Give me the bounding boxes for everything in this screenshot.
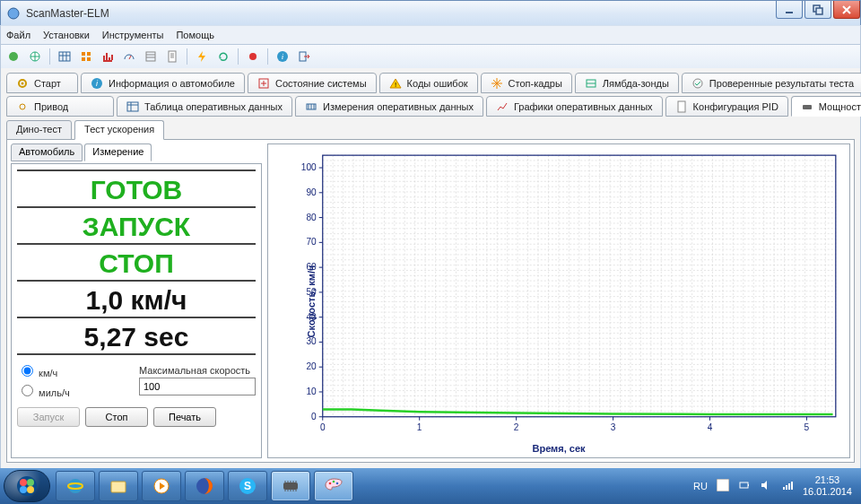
graph-icon <box>496 100 509 113</box>
tool-exit-icon[interactable] <box>295 48 313 65</box>
tool-refresh-icon[interactable] <box>214 48 232 65</box>
speed-value: 1,0 км/ч <box>17 282 256 318</box>
svg-point-181 <box>336 482 339 485</box>
menu-file[interactable]: Файл <box>6 30 30 40</box>
taskbar-firefox-icon[interactable] <box>185 471 224 501</box>
subtab-dyno[interactable]: Дино-тест <box>6 120 72 140</box>
start-button-taskbar[interactable] <box>4 470 50 502</box>
tab-live-measure[interactable]: Измерения оперативных данных <box>295 96 483 117</box>
tab-label: Измерения оперативных данных <box>323 101 474 112</box>
time-value: 5,27 sec <box>17 318 256 355</box>
svg-rect-173 <box>111 482 126 492</box>
start-button[interactable]: Запуск <box>17 407 80 427</box>
tray-clock[interactable]: 21:53 16.01.2014 <box>803 474 852 498</box>
svg-text:100: 100 <box>301 162 317 172</box>
svg-text:4: 4 <box>708 422 713 432</box>
check-icon <box>691 77 704 90</box>
tab-label: Конфигурация PID <box>693 101 778 112</box>
taskbar-skype-icon[interactable]: S <box>228 471 267 501</box>
svg-text:!: ! <box>394 81 396 89</box>
snowflake-icon <box>491 77 503 90</box>
svg-rect-9 <box>82 57 85 61</box>
svg-point-170 <box>27 486 34 493</box>
accel-chart: 0102030405060708090100012345 Скорость, к… <box>267 143 850 458</box>
tray-volume-icon[interactable] <box>760 479 772 493</box>
svg-point-180 <box>333 481 335 483</box>
power-subtabs: Дино-тест Тест ускорения <box>6 120 855 140</box>
subtab-accel[interactable]: Тест ускорения <box>74 120 164 140</box>
taskbar: S RU 21:53 16.01.2014 <box>0 468 861 504</box>
radio-mph[interactable]: миль/ч <box>17 382 70 398</box>
menu-tools[interactable]: Инструменты <box>102 30 164 40</box>
svg-point-171 <box>68 479 83 493</box>
tab-power[interactable]: Мощность <box>791 96 861 117</box>
tool-grid-icon[interactable] <box>77 48 95 65</box>
tool-doc-icon[interactable] <box>163 48 181 65</box>
tray-lang[interactable]: RU <box>693 481 708 491</box>
taskbar-media-icon[interactable] <box>142 471 181 501</box>
tab-label: Таблица оперативных данных <box>144 101 283 112</box>
svg-rect-178 <box>283 482 298 490</box>
tool-lightning-icon[interactable] <box>193 48 211 65</box>
tab-test-results[interactable]: Проверенные результаты теста <box>682 73 861 93</box>
tab-live-graphs[interactable]: Графики оперативных данных <box>486 96 663 117</box>
radio-kmh[interactable]: км/ч <box>17 362 70 378</box>
tool-table-icon[interactable] <box>56 48 74 65</box>
minimize-button[interactable] <box>776 1 803 19</box>
stop-button[interactable]: Стоп <box>85 407 148 427</box>
tab-live-table[interactable]: Таблица оперативных данных <box>117 96 292 117</box>
tool-globe-icon[interactable] <box>26 48 44 65</box>
taskbar-explorer-icon[interactable] <box>99 471 138 501</box>
tray-flag-icon[interactable] <box>717 479 729 493</box>
close-button[interactable] <box>833 1 860 19</box>
tab-label: Лямбда-зонды <box>603 78 669 89</box>
menu-help[interactable]: Помощь <box>176 30 214 40</box>
tab-label: Информация о автомобиле <box>109 78 235 89</box>
title-bar: ScanMaster-ELM <box>0 0 861 25</box>
tab-freeze-frames[interactable]: Стоп-кадры <box>481 73 572 93</box>
tab-error-codes[interactable]: ! Коды ошибок <box>379 73 478 93</box>
tab-lambda[interactable]: Лямбда-зонды <box>575 73 679 93</box>
tool-list-icon[interactable] <box>142 48 160 65</box>
tab-label: Состояние системы <box>275 78 367 89</box>
svg-text:90: 90 <box>306 187 317 197</box>
innertab-car[interactable]: Автомобиль <box>11 143 83 161</box>
tab-vehicle-info[interactable]: i Информация о автомобиле <box>81 73 245 93</box>
print-button[interactable]: Печать <box>153 407 216 427</box>
chart-xlabel: Время, сек <box>532 443 585 454</box>
tab-drive[interactable]: Привод <box>6 96 114 117</box>
tool-info-icon[interactable]: i <box>274 48 291 65</box>
svg-rect-183 <box>740 482 748 488</box>
svg-text:20: 20 <box>306 361 317 371</box>
svg-rect-11 <box>146 52 155 61</box>
tray-battery-icon[interactable] <box>738 479 751 493</box>
accel-panel: Автомобиль Измерение ГОТОВ ЗАПУСК СТОП 1… <box>6 139 855 463</box>
tool-gauge-icon[interactable] <box>120 48 138 65</box>
taskbar-ie-icon[interactable] <box>56 471 95 501</box>
svg-rect-182 <box>717 479 729 491</box>
svg-rect-185 <box>783 487 785 490</box>
svg-point-13 <box>249 53 257 60</box>
tab-system-status[interactable]: Состояние системы <box>248 73 377 93</box>
svg-rect-8 <box>87 52 91 56</box>
svg-point-166 <box>17 476 37 496</box>
tool-record-icon[interactable] <box>244 48 262 65</box>
svg-rect-1 <box>786 12 793 13</box>
taskbar-scanmaster-icon[interactable] <box>271 471 310 501</box>
status-launch: ЗАПУСК <box>17 208 256 245</box>
svg-rect-6 <box>59 52 70 61</box>
svg-rect-3 <box>816 8 822 14</box>
taskbar-paint-icon[interactable] <box>314 471 353 501</box>
menu-settings[interactable]: Установки <box>43 30 90 40</box>
tray-network-icon[interactable] <box>781 479 794 493</box>
tab-pid-config[interactable]: Конфигурация PID <box>665 96 788 117</box>
tool-chart-icon[interactable] <box>99 48 117 65</box>
maxspeed-input[interactable] <box>139 378 256 395</box>
toolbar: i <box>0 45 861 68</box>
maximize-button[interactable] <box>804 1 831 19</box>
tab-start[interactable]: Старт <box>6 73 78 93</box>
menu-bar: Файл Установки Инструменты Помощь <box>0 25 861 45</box>
window-title: ScanMaster-ELM <box>26 7 109 20</box>
tool-connect-icon[interactable] <box>4 48 22 65</box>
innertab-measure[interactable]: Измерение <box>84 143 152 161</box>
